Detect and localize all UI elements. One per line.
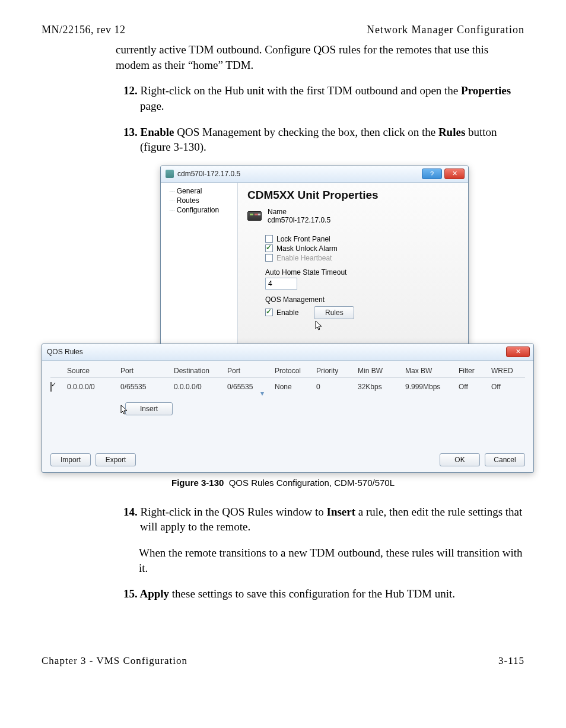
rules-word: Rules xyxy=(438,126,465,138)
col-port2: Port xyxy=(227,367,275,375)
step-15-number: 15. xyxy=(123,587,138,600)
enable-heartbeat-row[interactable]: Enable Heartbeat xyxy=(265,254,459,262)
table-header: Source Port Destination Port Protocol Pr… xyxy=(50,367,525,378)
modem-icon xyxy=(247,211,262,221)
step-14-number: 14. xyxy=(123,506,138,518)
checkbox-heartbeat-label: Enable Heartbeat xyxy=(276,254,332,262)
cursor-icon xyxy=(120,405,129,415)
checkbox-heartbeat[interactable] xyxy=(265,254,273,262)
col-protocol: Protocol xyxy=(275,367,316,375)
step-14-note: When the remote transitions to a new TDM… xyxy=(139,545,524,576)
export-button[interactable]: Export xyxy=(96,453,136,466)
nav-tree[interactable]: General Routes Configuration xyxy=(161,183,238,349)
cell-dport: 0/65535 xyxy=(227,383,275,391)
import-button[interactable]: Import xyxy=(50,453,91,466)
cell-priority: 0 xyxy=(316,383,358,391)
checkbox-qos-enable-label: Enable xyxy=(276,309,298,317)
intro-paragraph: currently active TDM outbound. Configure… xyxy=(116,42,524,72)
unit-properties-dialog: cdm570l-172.17.0.5 ? ✕ General Routes Co… xyxy=(160,166,469,349)
cancel-button[interactable]: Cancel xyxy=(485,453,525,466)
ok-button[interactable]: OK xyxy=(440,453,480,466)
checkbox-lock-label: Lock Front Panel xyxy=(276,235,330,243)
chevron-down-icon: ▾ xyxy=(260,389,264,398)
col-source: Source xyxy=(67,367,120,375)
doc-section: Network Manager Configuration xyxy=(367,24,524,36)
qos-rules-dialog: QOS Rules ✕ Source Port Destination Port… xyxy=(42,344,534,473)
cell-source: 0.0.0.0/0 xyxy=(67,383,120,391)
titlebar: QOS Rules ✕ xyxy=(42,344,533,361)
step-13: 13. Enable QOS Management by checking th… xyxy=(123,125,524,155)
rules-button[interactable]: Rules xyxy=(314,306,354,319)
cell-protocol: None xyxy=(275,383,292,391)
qos-management-label: QOS Management xyxy=(265,295,459,304)
insert-button[interactable]: Insert xyxy=(125,402,173,415)
checkbox-qos-enable[interactable] xyxy=(265,309,273,316)
col-minbw: Min BW xyxy=(358,367,405,375)
tree-node-configuration[interactable]: Configuration xyxy=(164,205,234,215)
step-15: 15. Apply these settings to save this co… xyxy=(123,586,524,602)
auto-home-label: Auto Home State Timeout xyxy=(265,268,459,276)
checkbox-mask[interactable] xyxy=(265,244,273,252)
step-12-number: 12. xyxy=(123,84,138,97)
name-label: Name xyxy=(268,208,330,216)
auto-home-input[interactable]: 4 xyxy=(265,278,297,290)
col-destination: Destination xyxy=(174,367,227,375)
lock-front-panel-row[interactable]: Lock Front Panel xyxy=(265,235,459,243)
table-row[interactable]: 0.0.0.0/0 0/65535 0.0.0.0/0 0/65535 None… xyxy=(50,380,525,393)
cell-maxbw: 9.999Mbps xyxy=(405,383,459,391)
col-filter: Filter xyxy=(459,367,491,375)
col-priority: Priority xyxy=(316,367,358,375)
cell-dest: 0.0.0.0/0 xyxy=(174,383,227,391)
step-12: 12. Right-click on the Hub unit with the… xyxy=(123,83,524,113)
help-icon[interactable]: ? xyxy=(422,169,442,179)
col-port: Port xyxy=(120,367,174,375)
properties-word: Properties xyxy=(461,84,511,97)
close-icon[interactable]: ✕ xyxy=(506,346,530,357)
footer-right: 3-115 xyxy=(498,655,524,667)
mask-unlock-row[interactable]: Mask Unlock Alarm xyxy=(265,244,459,253)
col-wred: WRED xyxy=(491,367,527,375)
titlebar: cdm570l-172.17.0.5 ? ✕ xyxy=(161,166,468,183)
figure-caption: Figure 3-130 QOS Rules Configuration, CD… xyxy=(42,478,524,488)
name-value: cdm570l-172.17.0.5 xyxy=(268,216,330,224)
window-title: cdm570l-172.17.0.5 xyxy=(177,170,240,178)
cell-sport: 0/65535 xyxy=(120,383,174,391)
cell-filter: Off xyxy=(459,383,491,391)
checkbox-mask-label: Mask Unlock Alarm xyxy=(276,244,338,253)
cursor-icon xyxy=(315,320,323,331)
step-13-number: 13. xyxy=(123,126,138,138)
cell-wred: Off xyxy=(491,383,527,391)
step-14: 14. Right-click in the QOS Rules window … xyxy=(123,504,524,535)
tree-node-routes[interactable]: Routes xyxy=(164,196,234,205)
row-checkbox[interactable] xyxy=(50,382,52,392)
checkbox-lock[interactable] xyxy=(265,235,273,243)
window-title: QOS Rules xyxy=(47,348,83,356)
doc-id: MN/22156, rev 12 xyxy=(42,24,126,36)
col-maxbw: Max BW xyxy=(405,367,459,375)
cell-minbw: 32Kbps xyxy=(358,383,405,391)
panel-heading: CDM5XX Unit Properties xyxy=(247,189,459,202)
tree-node-general[interactable]: General xyxy=(164,186,234,196)
app-icon xyxy=(166,170,174,178)
close-icon[interactable]: ✕ xyxy=(444,169,465,179)
footer-left: Chapter 3 - VMS Configuration xyxy=(42,655,187,667)
